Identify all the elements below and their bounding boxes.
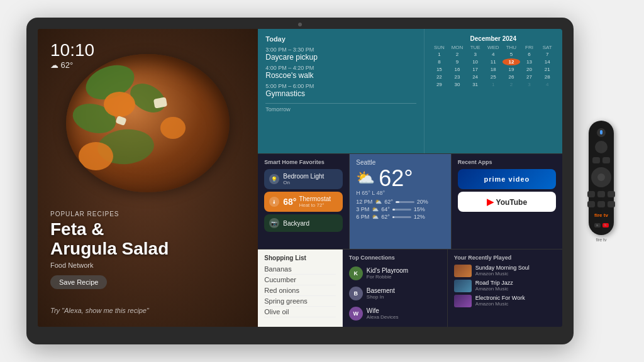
smart-thermostat[interactable]: 🌡 68° Thermostat Heat to 72° [264,192,343,212]
shopping-title: Shopping List [264,255,336,261]
remote-play-button[interactable] [597,201,605,207]
shopping-item-4: Spring greens [264,296,336,307]
remote-mute-button[interactable] [597,191,605,197]
forecast-bar-fill-2 [392,209,396,211]
music-thumb-1 [454,265,472,277]
clock: 10:10 [50,41,94,59]
shopping-panel: Shopping List Bananas Cucumber Red onion… [258,250,343,327]
cal-day-25: 25 [484,74,502,80]
connection-sub-3: Alexa Devices [367,314,399,320]
bedroom-light-status: On [283,180,324,185]
connection-sub-1: For Robbie [367,274,408,280]
connection-item-1[interactable]: K Kid's Playroom For Robbie [349,265,441,282]
remote-menu-button[interactable] [602,157,610,163]
connection-name-2: Basement [367,287,395,294]
cal-header-mon: MON [448,45,466,50]
recently-played-title: Your Recently Played [454,255,556,261]
remote-control: fire tv a N fire tv [585,121,618,242]
forecast-bar-2 [392,209,411,211]
tv-camera [298,23,302,26]
schedule-event-1: Daycare pickup [265,53,416,62]
backyard-name: Backyard [283,220,309,227]
cal-header-sun: SUN [431,45,448,50]
recipe-background: 10:10 ☁ 62° Popular Recipes Feta &Arugul… [38,29,258,327]
remote-vol-down[interactable] [587,191,595,197]
cal-day-next-4: 4 [538,81,556,88]
prime-video-app[interactable]: prime video [458,169,556,189]
connection-avatar-2: B [349,287,363,300]
music-source-2: Amazon Music [475,286,513,292]
remote-vol-up[interactable] [608,191,615,197]
remote-playback-row [587,201,615,207]
connection-item-4[interactable]: D David Mobile [349,325,441,327]
remote-top-buttons [592,157,610,163]
remote-ff-button[interactable] [608,201,615,207]
remote-fire-tv-label: fire tv [596,238,606,242]
cal-day-21: 21 [538,66,556,73]
cal-day-9: 9 [448,58,466,65]
connection-info-2: Basement Shop In [367,287,395,300]
tv-screen: 10:10 ☁ 62° Popular Recipes Feta &Arugul… [38,29,562,327]
forecast-pct-1: 20% [417,199,428,205]
music-item-1[interactable]: Sunday Morning Soul Amazon Music [454,265,556,277]
backyard-info: Backyard [283,220,309,227]
salad-image [66,54,230,192]
cal-day-23: 23 [448,74,466,80]
remote-nav-ring[interactable] [591,167,611,187]
cal-day-29: 29 [431,81,448,88]
recipe-label: Popular Recipes [50,211,169,217]
music-title-3: Electronic For Work [475,295,525,301]
connections-panel: Top Connections K Kid's Playroom For Rob… [343,250,448,327]
remote-select-button[interactable] [597,173,605,181]
thermostat-info: 68° Thermostat Heat to 72° [283,195,331,208]
connection-item-3[interactable]: W Wife Alexa Devices [349,305,441,322]
smart-backyard[interactable]: 📷 Backyard [264,214,343,232]
music-source-1: Amazon Music [475,271,530,277]
prime-logo: prime video [484,175,530,183]
music-thumb-2 [454,280,472,292]
cal-day-7: 7 [538,51,556,58]
connection-item-2[interactable]: B Basement Shop In [349,285,441,302]
remote-mic-button[interactable] [597,128,606,137]
cal-day-4: 4 [484,51,502,58]
thermostat-status: Heat to 72° [299,202,331,208]
forecast-bar-fill-3 [392,216,395,218]
thermostat-icon: 🌡 [269,197,279,207]
remote-amazon-button[interactable]: a [594,223,601,228]
cal-day-11: 11 [484,58,502,65]
time-display: 10:10 ☁ 62° [50,41,94,70]
cal-day-20: 20 [521,66,538,73]
shopping-item-5: Olive oil [264,307,336,317]
forecast-row-2: 3 PM ⛅ 64° 15% [356,206,445,212]
forecast-temp-1: 62° [384,199,393,205]
save-recipe-button[interactable]: Save Recipe [50,275,107,289]
youtube-logo: ▶ YouTube [487,197,527,207]
connection-name-3: Wife [367,307,399,314]
remote-home-button[interactable] [595,141,608,153]
connection-avatar-3: W [349,307,363,321]
cal-day-13: 13 [521,58,538,65]
remote-rewind-button[interactable] [587,201,595,207]
remote-netflix-button[interactable]: N [602,223,609,228]
schedule-panel: Today 3:00 PM – 3:30 PM Daycare pickup 4… [258,29,423,153]
cal-day-5: 5 [502,51,520,58]
remote-back-button[interactable] [592,157,600,163]
thermostat-name: Thermostat [299,195,331,202]
right-panel: Today 3:00 PM – 3:30 PM Daycare pickup 4… [258,29,562,327]
cal-day-next-3: 3 [521,81,538,88]
youtube-app[interactable]: ▶ YouTube [458,192,556,212]
shopping-item-3: Red onions [264,285,336,296]
music-title-1: Sunday Morning Soul [475,265,530,271]
connections-title: Top Connections [349,255,441,261]
bedroom-light-name: Bedroom Light [283,173,324,180]
forecast-cloud-1: ⛅ [375,199,382,205]
schedule-item-1: 3:00 PM – 3:30 PM Daycare pickup [265,47,416,62]
cal-day-next-1: 1 [484,81,502,88]
music-item-3[interactable]: Electronic For Work Amazon Music [454,295,556,307]
forecast-time-1: 12 PM [356,199,372,205]
microphone-icon [600,130,602,134]
cal-day-31: 31 [467,81,484,88]
smart-bedroom-light[interactable]: 💡 Bedroom Light On [264,169,343,189]
cal-day-6: 6 [521,51,538,58]
music-item-2[interactable]: Road Trip Jazz Amazon Music [454,280,556,292]
